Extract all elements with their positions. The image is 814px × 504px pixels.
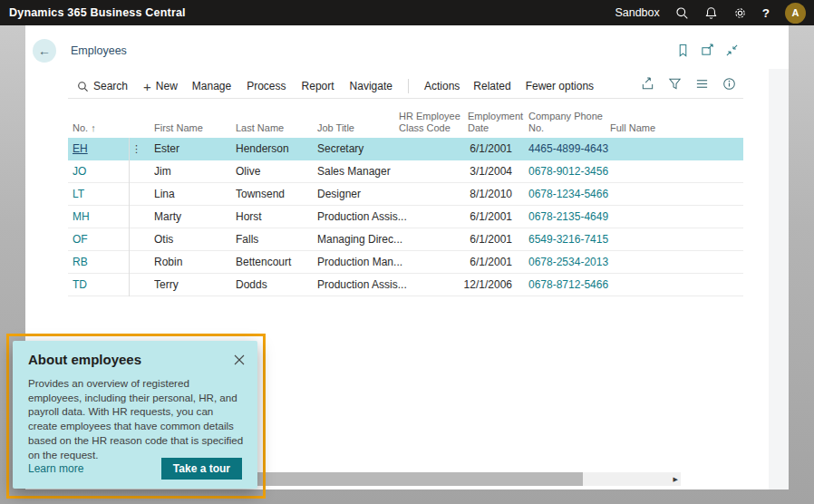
search-icon[interactable]: [675, 6, 689, 20]
cell-last_name: Henderson: [236, 138, 313, 160]
table-body: EHEsterHendersonSecretary6/1/20014465-48…: [68, 138, 743, 296]
related-menu[interactable]: Related: [473, 80, 510, 92]
cell-no[interactable]: LT: [73, 183, 127, 206]
cell-employment_date: 8/1/2010: [435, 183, 512, 206]
notifications-bell-icon[interactable]: [704, 6, 718, 20]
column-header-label: Job Title: [317, 122, 354, 133]
back-arrow-icon: ←: [38, 44, 51, 58]
actions-menu[interactable]: Actions: [424, 80, 460, 92]
learn-more-link[interactable]: Learn more: [28, 462, 83, 475]
action-label: Fewer options: [526, 80, 594, 92]
row-options-icon[interactable]: ⋮: [131, 138, 141, 160]
action-label: Actions: [424, 80, 460, 92]
environment-badge[interactable]: Sandbox: [615, 6, 659, 19]
table-row[interactable]: LTLinaTownsendDesigner8/1/20100678-1234-…: [68, 183, 743, 206]
back-button[interactable]: ←: [33, 39, 56, 63]
column-header-job_title[interactable]: Job Title: [317, 122, 394, 134]
share-icon[interactable]: [641, 77, 654, 91]
action-label: Manage: [192, 80, 231, 92]
user-avatar[interactable]: A: [785, 3, 806, 24]
column-header-employment_date[interactable]: Employment Date: [468, 111, 528, 133]
cell-last_name: Olive: [236, 160, 313, 183]
new-action[interactable]: + New: [143, 80, 178, 92]
cell-last_name: Dodds: [236, 274, 313, 296]
frozen-column-divider: [129, 138, 130, 296]
action-label: Navigate: [350, 80, 392, 92]
cell-first_name: Terry: [154, 274, 231, 296]
cell-first_name: Otis: [154, 228, 231, 251]
page-title: Employees: [71, 44, 127, 57]
bookmark-icon[interactable]: [676, 44, 690, 57]
minimize-fit-icon[interactable]: [725, 44, 739, 57]
topbar-actions: Sandbox ? A: [615, 0, 806, 25]
cell-no[interactable]: JO: [73, 160, 127, 183]
cell-no[interactable]: OF: [73, 228, 127, 251]
cell-no[interactable]: RB: [73, 251, 127, 274]
process-menu[interactable]: Process: [247, 80, 286, 92]
teaching-tip-title: About employees: [28, 352, 242, 367]
column-header-label: First Name: [154, 122, 203, 133]
action-bar: Search + New Manage Process Report Navig…: [77, 75, 594, 97]
view-list-icon[interactable]: [695, 77, 709, 91]
column-header-label: Employment Date: [468, 111, 523, 133]
column-header-full_name[interactable]: Full Name: [610, 122, 683, 134]
cell-last_name: Townsend: [236, 183, 313, 206]
settings-gear-icon[interactable]: [733, 6, 747, 20]
column-header-no[interactable]: No. ↑: [73, 122, 145, 134]
cell-employment_date: 6/1/2001: [435, 251, 512, 274]
teaching-tip: About employees Provides an overview of …: [13, 341, 257, 489]
report-menu[interactable]: Report: [302, 80, 334, 92]
close-icon[interactable]: [234, 354, 245, 365]
cell-employment_date: 6/1/2001: [435, 206, 512, 228]
cell-employment_date: 6/1/2001: [435, 138, 512, 160]
cell-first_name: Jim: [154, 160, 231, 183]
cell-first_name: Marty: [154, 206, 231, 228]
table-header-row: No. ↑First NameLast NameJob TitleHR Empl…: [25, 105, 789, 136]
column-header-label: Company Phone No.: [528, 111, 603, 133]
column-header-first_name[interactable]: First Name: [154, 122, 231, 134]
teaching-tip-body: Provides an overview of registered emplo…: [28, 376, 244, 461]
search-action[interactable]: Search: [77, 80, 128, 92]
cell-full_name: [610, 206, 683, 228]
cell-full_name: [610, 251, 683, 274]
action-label: Search: [93, 80, 128, 92]
action-bar-divider: [68, 98, 743, 99]
cell-employment_date: 6/1/2001: [435, 228, 512, 251]
help-icon[interactable]: ?: [762, 6, 770, 20]
table-row[interactable]: EHEsterHendersonSecretary6/1/20014465-48…: [68, 138, 743, 160]
table-row[interactable]: TDTerryDoddsProduction Assis...12/1/2006…: [68, 274, 743, 296]
table-row[interactable]: OFOtisFallsManaging Direc...6/1/20016549…: [68, 228, 743, 251]
plus-icon: +: [143, 81, 151, 92]
column-header-label: Full Name: [610, 122, 655, 133]
cell-employment_date: 3/1/2004: [435, 160, 512, 183]
action-bar-right-icons: [641, 77, 736, 91]
action-label: Process: [247, 80, 286, 92]
filter-icon[interactable]: [668, 77, 682, 91]
manage-menu[interactable]: Manage: [192, 80, 231, 92]
info-icon[interactable]: [722, 77, 736, 91]
table-row[interactable]: RBRobinBettencourtProduction Man...6/1/2…: [68, 251, 743, 274]
fewer-options-button[interactable]: Fewer options: [526, 80, 594, 92]
cell-first_name: Lina: [154, 183, 231, 206]
column-header-hr_class[interactable]: HR Employee Class Code: [399, 111, 466, 133]
cell-full_name: [610, 160, 683, 183]
cell-full_name: [610, 228, 683, 251]
scrollbar-right-arrow-icon[interactable]: ▶: [673, 472, 678, 486]
open-in-new-window-icon[interactable]: [701, 44, 714, 57]
cell-full_name: [610, 183, 683, 206]
cell-no[interactable]: EH: [73, 138, 127, 160]
cell-no[interactable]: MH: [73, 206, 127, 228]
cell-employment_date: 12/1/2006: [435, 274, 512, 296]
app-title[interactable]: Dynamics 365 Business Central: [9, 6, 186, 19]
sort-ascending-icon: ↑: [88, 122, 96, 133]
cell-no[interactable]: TD: [73, 274, 127, 296]
cell-full_name: [610, 138, 683, 160]
table-row[interactable]: JOJimOliveSales Manager3/1/20040678-9012…: [68, 160, 743, 183]
column-header-last_name[interactable]: Last Name: [236, 122, 313, 134]
action-label: New: [156, 80, 178, 92]
navigate-menu[interactable]: Navigate: [350, 80, 392, 92]
table-row[interactable]: MHMartyHorstProduction Assis...6/1/20010…: [68, 206, 743, 228]
column-header-phone[interactable]: Company Phone No.: [528, 111, 608, 133]
cell-last_name: Falls: [236, 228, 313, 251]
take-a-tour-button[interactable]: Take a tour: [161, 458, 242, 480]
